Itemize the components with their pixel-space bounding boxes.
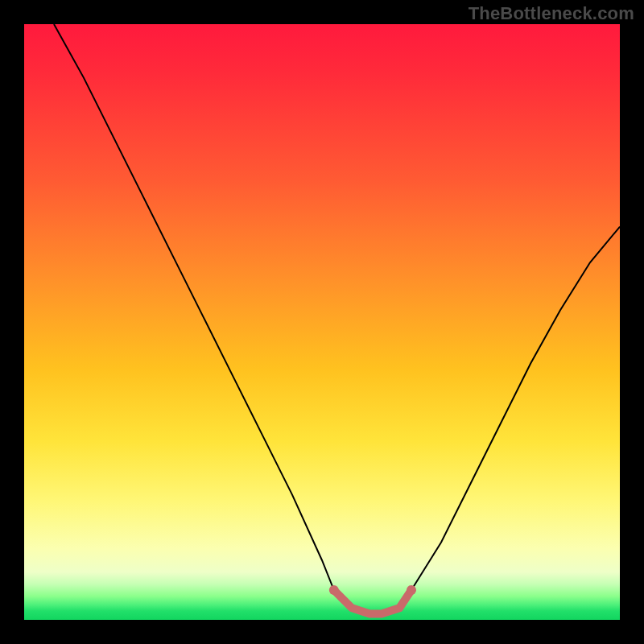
valley-endpoint-right: [407, 585, 416, 595]
chart-frame: TheBottleneck.com: [0, 0, 644, 644]
plot-area: [24, 24, 620, 620]
valley-highlight: [334, 590, 411, 614]
curve-layer: [24, 24, 620, 620]
watermark-label: TheBottleneck.com: [469, 3, 634, 24]
valley-endpoint-left: [329, 585, 339, 595]
bottleneck-curve: [54, 24, 620, 614]
